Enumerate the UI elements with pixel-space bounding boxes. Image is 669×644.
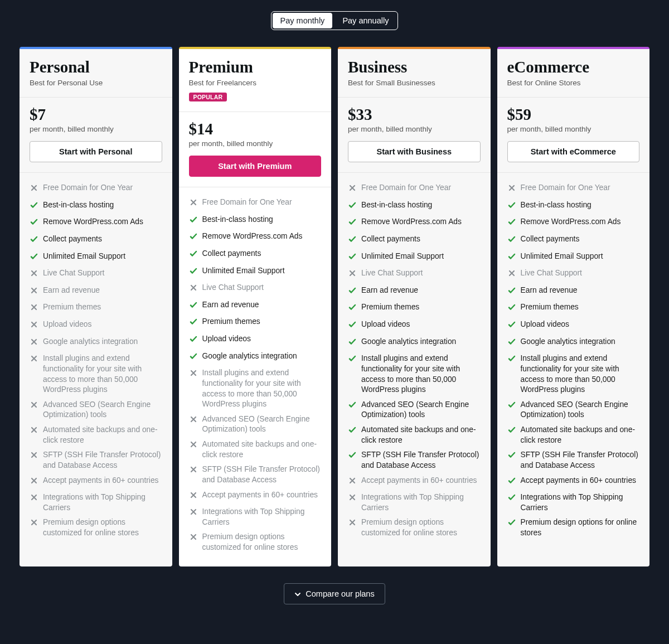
x-icon xyxy=(30,517,38,530)
feature-label: Integrations with Top Shipping Carriers xyxy=(521,492,640,513)
feature-label: Remove WordPress.com Ads xyxy=(361,217,462,227)
feature-label: Free Domain for One Year xyxy=(361,183,451,193)
feature-row: Unlimited Email Support xyxy=(189,264,322,281)
feature-row: Upload videos xyxy=(189,332,322,349)
feature-label: Unlimited Email Support xyxy=(43,251,125,262)
check-icon xyxy=(348,217,357,230)
check-icon xyxy=(30,251,38,264)
x-icon xyxy=(30,400,38,413)
compare-label: Compare our plans xyxy=(306,589,374,598)
feature-label: Premium design options customized for on… xyxy=(202,532,322,553)
feature-row: Collect payments xyxy=(348,232,481,249)
feature-label: Premium design options for online stores xyxy=(521,517,640,538)
plan-name: Premium xyxy=(189,58,322,76)
feature-label: Premium themes xyxy=(43,302,101,313)
plan-header: BusinessBest for Small Businesses xyxy=(338,49,491,98)
check-icon xyxy=(507,234,516,247)
feature-label: Free Domain for One Year xyxy=(43,183,133,193)
feature-label: Install plugins and extend functionality… xyxy=(521,354,640,395)
feature-row: Integrations with Top Shipping Carriers xyxy=(348,490,481,515)
pay-annually-toggle[interactable]: Pay annually xyxy=(333,12,397,30)
start-ecommerce-button[interactable]: Start with eCommerce xyxy=(507,141,640,162)
feature-label: Google analytics integration xyxy=(43,337,138,347)
x-icon xyxy=(30,285,38,298)
feature-label: Free Domain for One Year xyxy=(521,183,610,193)
feature-label: Automated site backups and one-click res… xyxy=(361,425,481,446)
feature-label: Collect payments xyxy=(202,249,261,259)
feature-label: Earn ad revenue xyxy=(43,285,100,296)
feature-label: Advanced SEO (Search Engine Optimization… xyxy=(521,400,640,420)
feature-label: Best-in-class hosting xyxy=(202,215,273,225)
price-block: $33per month, billed monthlyStart with B… xyxy=(338,98,491,173)
check-icon xyxy=(348,234,357,247)
feature-label: Live Chat Support xyxy=(361,268,423,279)
plan-price: $59 xyxy=(507,105,640,124)
feature-row: SFTP (SSH File Transfer Protocol) and Da… xyxy=(507,448,640,473)
feature-label: Advanced SEO (Search Engine Optimization… xyxy=(361,400,481,420)
plan-name: Personal xyxy=(30,58,162,76)
feature-row: Earn ad revenue xyxy=(348,283,481,301)
check-icon xyxy=(507,450,516,463)
feature-label: Install plugins and extend functionality… xyxy=(361,354,481,395)
check-icon xyxy=(507,517,516,530)
billing-toggle: Pay monthly Pay annually xyxy=(271,11,399,30)
feature-row: Best-in-class hosting xyxy=(348,198,481,215)
feature-row: Upload videos xyxy=(507,317,640,335)
start-premium-button[interactable]: Start with Premium xyxy=(189,156,322,177)
plan-header: PremiumBest for FreelancersPOPULAR xyxy=(179,49,332,112)
feature-row: Best-in-class hosting xyxy=(507,198,640,215)
pay-monthly-toggle[interactable]: Pay monthly xyxy=(273,13,333,28)
feature-label: Premium design options customized for on… xyxy=(43,517,162,538)
plan-price: $7 xyxy=(30,105,162,124)
check-icon xyxy=(189,334,198,347)
check-icon xyxy=(348,302,357,315)
check-icon xyxy=(348,200,357,213)
feature-label: Premium themes xyxy=(521,302,579,313)
compare-plans-button[interactable]: Compare our plans xyxy=(284,583,385,604)
feature-row: SFTP (SSH File Transfer Protocol) and Da… xyxy=(30,448,162,473)
feature-label: Best-in-class hosting xyxy=(361,200,432,211)
check-icon xyxy=(189,266,198,279)
x-icon xyxy=(30,337,38,350)
feature-row: Free Domain for One Year xyxy=(30,181,162,198)
x-icon xyxy=(348,183,357,196)
feature-row: Collect payments xyxy=(507,232,640,249)
feature-label: Earn ad revenue xyxy=(361,285,418,296)
feature-row: Remove WordPress.com Ads xyxy=(507,215,640,232)
feature-label: Unlimited Email Support xyxy=(521,251,603,262)
x-icon xyxy=(189,439,198,452)
start-personal-button[interactable]: Start with Personal xyxy=(30,141,162,162)
feature-label: Automated site backups and one-click res… xyxy=(521,425,640,446)
feature-row: Premium themes xyxy=(30,300,162,317)
x-icon xyxy=(189,368,198,381)
feature-list: Free Domain for One YearBest-in-class ho… xyxy=(497,173,650,552)
feature-row: Google analytics integration xyxy=(507,335,640,352)
feature-label: Unlimited Email Support xyxy=(202,266,285,277)
feature-row: Premium themes xyxy=(348,300,481,317)
feature-row: Advanced SEO (Search Engine Optimization… xyxy=(30,398,162,423)
check-icon xyxy=(507,217,516,230)
check-icon xyxy=(348,450,357,463)
feature-row: Premium design options customized for on… xyxy=(348,515,481,540)
x-icon xyxy=(507,183,516,196)
check-icon xyxy=(348,354,357,366)
feature-row: Accept payments in 60+ countries xyxy=(189,488,322,505)
feature-label: Collect payments xyxy=(43,234,102,245)
popular-badge: POPULAR xyxy=(189,93,227,101)
check-icon xyxy=(30,217,38,230)
check-icon xyxy=(507,285,516,298)
plan-name: eCommerce xyxy=(507,58,640,76)
x-icon xyxy=(30,425,38,438)
x-icon xyxy=(189,507,198,520)
check-icon xyxy=(348,285,357,298)
feature-row: SFTP (SSH File Transfer Protocol) and Da… xyxy=(348,448,481,473)
feature-row: Advanced SEO (Search Engine Optimization… xyxy=(189,412,322,437)
x-icon xyxy=(189,283,198,296)
start-business-button[interactable]: Start with Business xyxy=(348,141,481,162)
feature-label: Automated site backups and one-click res… xyxy=(43,425,162,446)
feature-label: Live Chat Support xyxy=(43,268,104,279)
plan-tagline: Best for Freelancers xyxy=(189,79,322,87)
feature-label: Integrations with Top Shipping Carriers xyxy=(43,492,162,513)
feature-label: Free Domain for One Year xyxy=(202,197,292,208)
check-icon xyxy=(189,231,198,244)
